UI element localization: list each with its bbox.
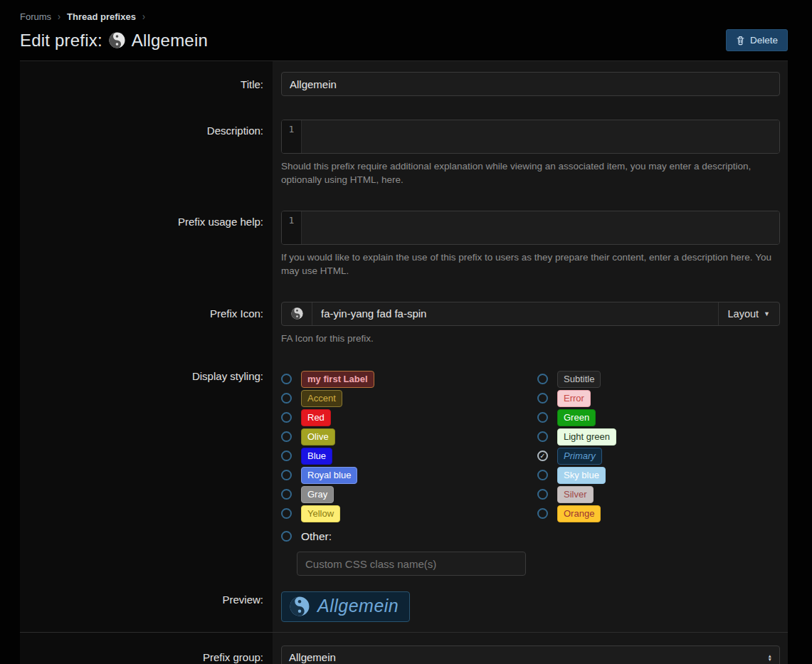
radio[interactable] <box>537 431 548 442</box>
prefix-group-select[interactable]: Allgemein ▲▼ <box>281 645 780 664</box>
form-row-display-styling: Display styling: my first LabelAccentRed… <box>20 354 788 587</box>
styling-option[interactable]: Error <box>537 389 780 408</box>
form-row-preview: Preview: Allgemein <box>20 587 788 632</box>
styling-option[interactable]: Accent <box>281 389 537 408</box>
styling-option[interactable]: Green <box>537 408 780 427</box>
form-row-title: Title: <box>20 61 788 104</box>
line-number: 1 <box>282 120 302 153</box>
breadcrumb: Forums › Thread prefixes › <box>20 10 788 23</box>
styling-option[interactable]: Orange <box>537 504 780 523</box>
styling-option[interactable]: Blue <box>281 446 537 465</box>
style-badge: Gray <box>301 486 334 503</box>
style-badge: Blue <box>301 448 332 465</box>
trash-icon <box>736 36 745 46</box>
radio[interactable] <box>537 508 548 519</box>
radio[interactable] <box>281 412 292 423</box>
breadcrumb-forums[interactable]: Forums <box>20 11 51 22</box>
radio[interactable] <box>281 508 292 519</box>
description-editor-content[interactable] <box>302 120 779 153</box>
select-stepper-icon: ▲▼ <box>768 654 772 661</box>
prefix-icon-label: Prefix Icon: <box>20 288 273 354</box>
description-hint: Should this prefix require additional ex… <box>281 160 776 187</box>
styling-option[interactable]: Light green <box>537 427 780 446</box>
delete-button-label: Delete <box>750 35 778 46</box>
chevron-right-icon: › <box>58 10 60 23</box>
style-badge: Orange <box>557 505 601 522</box>
radio[interactable] <box>537 489 548 500</box>
yin-yang-icon <box>290 596 310 616</box>
radio[interactable] <box>537 374 548 384</box>
prefix-group-label: Prefix group: <box>20 633 273 664</box>
radio[interactable] <box>281 450 292 461</box>
radio[interactable] <box>281 489 292 500</box>
radio[interactable] <box>537 412 548 423</box>
title-label: Title: <box>20 61 273 104</box>
styling-options: my first LabelAccentRedOliveBlueRoyal bl… <box>281 369 780 523</box>
styling-option[interactable]: Silver <box>537 485 780 504</box>
page-title: Edit prefix: Allgemein <box>20 31 208 51</box>
layout-button-label: Layout <box>728 308 759 320</box>
styling-option[interactable]: Royal blue <box>281 465 537 485</box>
styling-option[interactable]: Red <box>281 408 537 427</box>
style-badge: Silver <box>557 486 594 503</box>
delete-button[interactable]: Delete <box>726 29 788 51</box>
usage-help-editor-content[interactable] <box>302 211 779 244</box>
style-badge: Olive <box>301 428 335 446</box>
form-row-usage-help: Prefix usage help: 1 If you would like t… <box>20 199 788 288</box>
edit-prefix-form: Title: Description: 1 Should this prefix… <box>20 60 788 664</box>
layout-dropdown-button[interactable]: Layout ▼ <box>718 302 779 325</box>
prefix-group-value: Allgemein <box>289 651 336 663</box>
styling-option[interactable]: ✓Primary <box>537 446 780 465</box>
breadcrumb-thread-prefixes[interactable]: Thread prefixes <box>67 11 136 22</box>
prefix-icon-input[interactable] <box>312 302 718 325</box>
display-styling-label: Display styling: <box>20 354 273 587</box>
form-row-prefix-icon: Prefix Icon: Layout ▼ FA Icon for th <box>20 288 788 354</box>
style-badge: Error <box>557 390 591 407</box>
form-row-description: Description: 1 Should this prefix requir… <box>20 104 788 199</box>
radio[interactable] <box>281 470 292 480</box>
style-badge: Primary <box>557 448 602 465</box>
radio[interactable] <box>281 431 292 442</box>
style-badge: Sky blue <box>557 467 606 484</box>
style-badge: Yellow <box>301 505 340 522</box>
style-badge: Accent <box>301 390 342 407</box>
style-badge: Royal blue <box>301 467 357 484</box>
chevron-right-icon: › <box>142 10 145 23</box>
line-number: 1 <box>282 211 302 244</box>
prefix-icon-hint: FA Icon for this prefix. <box>281 332 776 346</box>
yin-yang-icon <box>291 307 303 320</box>
icon-preview-addon <box>282 302 312 325</box>
preview-badge-text: Allgemein <box>317 596 399 616</box>
styling-options-right: SubtitleErrorGreenLight green✓PrimarySky… <box>537 369 780 523</box>
usage-help-hint: If you would like to explain the use of … <box>281 251 776 278</box>
usage-help-label: Prefix usage help: <box>20 199 273 288</box>
usage-help-editor[interactable]: 1 <box>281 211 780 245</box>
radio[interactable] <box>537 470 548 480</box>
radio[interactable] <box>281 374 292 384</box>
radio[interactable] <box>281 393 292 404</box>
styling-option[interactable]: Olive <box>281 427 537 446</box>
radio[interactable] <box>537 393 548 404</box>
other-option-label: Other: <box>301 530 332 543</box>
page-title-name: Allgemein <box>132 31 208 51</box>
custom-css-input[interactable] <box>297 552 526 576</box>
styling-option[interactable]: Gray <box>281 485 537 504</box>
chevron-down-icon: ▼ <box>764 310 770 317</box>
description-editor[interactable]: 1 <box>281 120 780 154</box>
styling-option[interactable]: Subtitle <box>537 369 780 389</box>
styling-options-left: my first LabelAccentRedOliveBlueRoyal bl… <box>281 369 537 523</box>
styling-option[interactable]: my first Label <box>281 369 537 389</box>
title-input[interactable] <box>281 72 780 96</box>
style-badge: Green <box>557 409 596 426</box>
radio-other[interactable] <box>281 531 292 542</box>
styling-option[interactable]: Sky blue <box>537 465 780 485</box>
style-badge: Subtitle <box>557 371 601 388</box>
style-badge: my first Label <box>301 371 374 388</box>
prefix-preview-badge: Allgemein <box>281 591 410 622</box>
radio-selected[interactable]: ✓ <box>537 450 548 461</box>
styling-option[interactable]: Yellow <box>281 504 537 523</box>
yin-yang-icon <box>109 32 125 48</box>
page-title-prefix: Edit prefix: <box>20 31 102 51</box>
styling-option-other[interactable]: Other: <box>281 527 780 546</box>
page-header: Forums › Thread prefixes › Edit prefix: … <box>0 0 812 51</box>
